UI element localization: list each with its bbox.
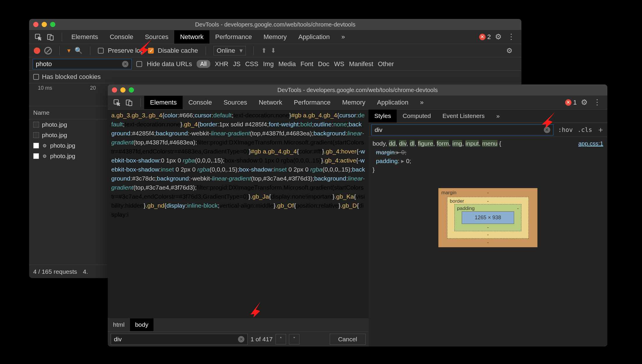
file-name: photo.jpg xyxy=(42,132,67,139)
error-badge[interactable]: ✕ 1 xyxy=(565,99,577,106)
preserve-log-label: Preserve log xyxy=(108,47,144,54)
filter-type-media[interactable]: Media xyxy=(278,60,296,68)
tab-memory[interactable]: Memory xyxy=(336,96,371,109)
css-rule[interactable]: app.css:1 body, dd, div, dl, figure, for… xyxy=(368,137,607,176)
breadcrumb-body[interactable]: body xyxy=(130,318,154,331)
styles-filter-row: div ✕ :hov .cls ＋ xyxy=(368,123,607,137)
clear-filter-icon[interactable]: ✕ xyxy=(122,61,128,67)
new-style-rule-icon[interactable]: ＋ xyxy=(597,125,604,135)
tabs-overflow-icon[interactable]: » xyxy=(491,109,506,123)
find-prev-icon[interactable]: ˄ xyxy=(276,334,286,344)
upload-har-icon[interactable]: ⬆ xyxy=(261,47,267,54)
tab-application[interactable]: Application xyxy=(371,96,414,109)
file-name: photo.jpg xyxy=(50,153,75,160)
bm-content-size: 1265 × 938 xyxy=(462,211,514,224)
filter-icon[interactable]: ▾ xyxy=(67,47,70,54)
filter-type-all[interactable]: All xyxy=(197,60,210,68)
tab-performance[interactable]: Performance xyxy=(209,30,258,44)
tab-event-listeners[interactable]: Event Listeners xyxy=(437,109,491,123)
tabs-overflow-icon[interactable]: » xyxy=(414,96,429,109)
filter-type-doc[interactable]: Doc xyxy=(318,60,329,68)
tab-console[interactable]: Console xyxy=(183,96,218,109)
window-title: DevTools - developers.google.com/web/too… xyxy=(108,87,607,93)
tab-elements[interactable]: Elements xyxy=(66,30,104,44)
filter-type-manifest[interactable]: Manifest xyxy=(349,60,373,68)
clear-icon[interactable] xyxy=(44,47,52,54)
search-icon[interactable]: 🔍 xyxy=(75,47,82,54)
breadcrumb-html[interactable]: html xyxy=(108,318,130,331)
preserve-log-checkbox[interactable] xyxy=(98,48,104,54)
filter-type-other[interactable]: Other xyxy=(378,60,394,68)
record-icon[interactable] xyxy=(34,47,40,54)
inspect-icon[interactable] xyxy=(34,33,43,41)
hide-data-urls-checkbox[interactable] xyxy=(136,61,142,67)
tabs-overflow-icon[interactable]: » xyxy=(336,30,351,44)
kebab-icon[interactable]: ⋮ xyxy=(507,32,515,41)
tab-network[interactable]: Network xyxy=(174,30,209,44)
clear-styles-filter-icon[interactable]: ✕ xyxy=(544,127,550,133)
error-badge[interactable]: ✕ 2 xyxy=(479,33,491,41)
file-thumb-icon xyxy=(33,153,39,159)
source-code[interactable]: a.gb_3.gb_3,.gb_4{color:#666;cursor:defa… xyxy=(108,109,368,318)
filter-type-css[interactable]: CSS xyxy=(245,60,258,68)
network-settings-icon[interactable]: ⚙ xyxy=(506,47,513,55)
close-icon[interactable] xyxy=(112,87,117,93)
hov-toggle[interactable]: :hov xyxy=(558,126,573,133)
separator xyxy=(90,46,90,55)
bm-margin-label: margin xyxy=(441,190,456,196)
tab-memory[interactable]: Memory xyxy=(258,30,292,44)
bm-dash: - xyxy=(487,232,489,238)
tab-console[interactable]: Console xyxy=(104,30,139,44)
cancel-button[interactable]: Cancel xyxy=(330,334,366,345)
tab-styles[interactable]: Styles xyxy=(368,109,397,123)
separator xyxy=(62,33,62,41)
minimize-icon[interactable] xyxy=(120,87,126,93)
filter-type-js[interactable]: JS xyxy=(233,60,241,68)
has-blocked-cookies-checkbox[interactable] xyxy=(33,74,39,80)
download-har-icon[interactable]: ⬇ xyxy=(271,47,276,54)
kebab-icon[interactable]: ⋮ xyxy=(593,98,601,107)
error-icon: ✕ xyxy=(565,99,572,106)
zoom-icon[interactable] xyxy=(50,22,55,27)
find-next-icon[interactable]: ˅ xyxy=(289,334,299,344)
tab-application[interactable]: Application xyxy=(292,30,336,44)
table-row[interactable]: ⚙photo.jpg xyxy=(29,140,111,151)
zoom-icon[interactable] xyxy=(129,87,134,93)
tab-elements[interactable]: Elements xyxy=(144,96,183,109)
bm-dash: - xyxy=(487,225,489,230)
css-declaration[interactable]: padding: ▸ 0; xyxy=(373,157,603,165)
minimize-icon[interactable] xyxy=(42,22,47,27)
clear-find-icon[interactable]: ✕ xyxy=(238,336,244,342)
filter-type-img[interactable]: Img xyxy=(263,60,274,68)
throttling-select[interactable]: Online xyxy=(214,46,246,55)
cls-toggle[interactable]: .cls xyxy=(577,126,592,133)
tab-sources[interactable]: Sources xyxy=(218,96,253,109)
table-row[interactable]: photo.jpg xyxy=(29,119,111,130)
settings-icon[interactable]: ⚙ xyxy=(495,32,502,41)
source-link[interactable]: app.css:1 xyxy=(578,139,603,148)
disable-cache-checkbox[interactable] xyxy=(148,48,154,54)
separator xyxy=(140,98,141,107)
inspect-icon[interactable] xyxy=(112,98,121,107)
tab-network[interactable]: Network xyxy=(253,96,288,109)
filter-type-xhr[interactable]: XHR xyxy=(215,60,228,68)
tab-performance[interactable]: Performance xyxy=(288,96,336,109)
filter-input[interactable]: photo ✕ xyxy=(33,59,132,69)
find-input[interactable]: div ✕ xyxy=(111,334,248,345)
tab-sources[interactable]: Sources xyxy=(139,30,174,44)
filter-type-font[interactable]: Font xyxy=(301,60,313,68)
bm-dash: - xyxy=(487,240,489,245)
close-icon[interactable] xyxy=(33,22,38,27)
table-row[interactable]: photo.jpg xyxy=(29,130,111,140)
table-row[interactable]: ⚙photo.jpg xyxy=(29,151,111,161)
name-column-header[interactable]: Name xyxy=(29,106,111,119)
settings-icon[interactable]: ⚙ xyxy=(581,98,588,107)
device-toggle-icon[interactable] xyxy=(46,33,55,41)
box-model[interactable]: margin - border - padding - 1265 × 938 -… xyxy=(438,188,537,247)
tab-computed[interactable]: Computed xyxy=(397,109,437,123)
styles-filter-input[interactable]: div ✕ xyxy=(371,124,553,135)
filter-type-ws[interactable]: WS xyxy=(334,60,344,68)
device-toggle-icon[interactable] xyxy=(125,98,133,107)
css-declaration[interactable]: margin:▸ 0; xyxy=(373,148,603,157)
file-thumb-icon xyxy=(33,122,39,128)
